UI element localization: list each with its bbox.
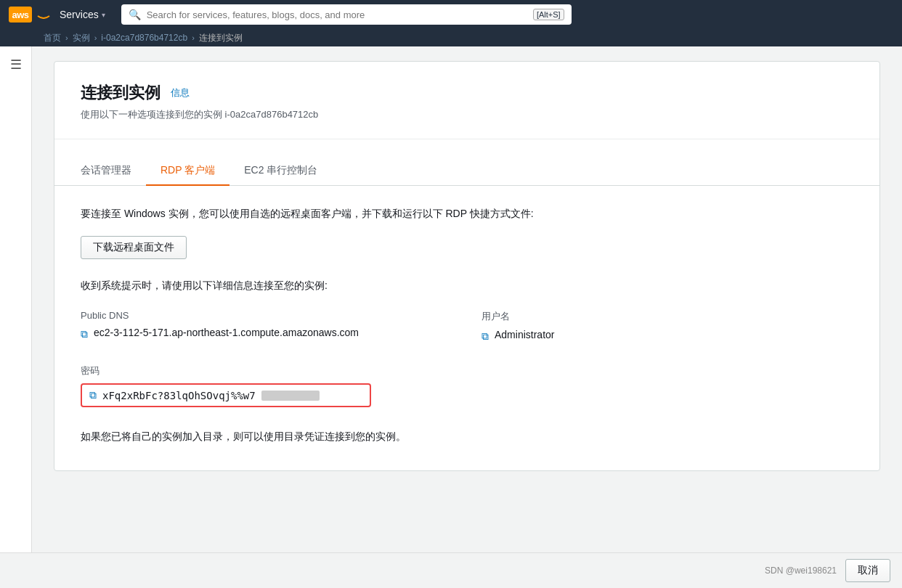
aws-smile-icon [36,10,51,19]
username-copy-icon[interactable]: ⧉ [482,330,489,343]
page-title-area: 连接到实例 信息 [81,82,853,104]
watermark: SDN @wei198621 [765,565,837,576]
username-value: ⧉ Administrator [482,329,853,343]
tab-ec2-serial-console[interactable]: EC2 串行控制台 [229,157,332,186]
layout: ☰ 连接到实例 信息 使用以下一种选项连接到您的实例 i-0a2ca7d876b… [0,46,902,588]
info-link[interactable]: 信息 [171,86,190,99]
top-nav: aws Services ▾ 🔍 [Alt+S] [0,0,902,29]
public-dns-value: ⧉ ec2-3-112-5-171.ap-northeast-1.compute… [81,327,452,340]
username-field: 用户名 ⧉ Administrator [482,310,853,343]
breadcrumb-bar: 首页 › 实例 › i-0a2ca7d876b4712cb › 连接到实例 [0,29,902,46]
search-bar[interactable]: 🔍 [Alt+S] [121,4,572,25]
password-copy-icon[interactable]: ⧉ [89,389,97,401]
password-field: ⧉ xFq2xRbFc?83lqOhSOvqj%%w7 [81,383,371,407]
breadcrumb-current: 连接到实例 [199,32,243,44]
prompt-text: 收到系统提示时，请使用以下详细信息连接至您的实例: [81,279,853,293]
page-subtitle: 使用以下一种选项连接到您的实例 i-0a2ca7d876b4712cb [81,108,853,121]
sidebar-toggle[interactable]: ☰ [0,46,32,588]
username-text: Administrator [495,329,554,340]
menu-icon: ☰ [10,57,22,73]
breadcrumb-sep-3: › [192,33,195,42]
breadcrumb-sep-1: › [65,33,68,42]
cancel-button[interactable]: 取消 [845,559,890,582]
search-icon: 🔍 [129,9,141,20]
public-dns-label: Public DNS [81,310,452,321]
username-label: 用户名 [482,310,853,323]
page-title: 连接到实例 [81,82,161,104]
search-input[interactable] [147,9,527,20]
public-dns-text: ec2-3-112-5-171.ap-northeast-1.compute.a… [94,327,359,338]
password-blur [261,391,320,401]
public-dns-copy-icon[interactable]: ⧉ [81,328,88,340]
download-rdp-button[interactable]: 下载远程桌面文件 [81,236,187,259]
password-text: xFq2xRbFc?83lqOhSOvqj%%w7 [102,390,256,401]
footer-note: 如果您已将自己的实例加入目录，则可以使用目录凭证连接到您的实例。 [81,429,853,444]
public-dns-field: Public DNS ⧉ ec2-3-112-5-171.ap-northeas… [81,310,452,343]
aws-logo-box: aws [9,7,32,23]
aws-logo[interactable]: aws [9,7,51,23]
page-card: 连接到实例 信息 使用以下一种选项连接到您的实例 i-0a2ca7d876b47… [54,61,880,471]
search-shortcut: [Alt+S] [533,9,564,20]
breadcrumb-sep-2: › [94,33,97,42]
tab-session-manager[interactable]: 会话管理器 [81,157,146,186]
fields-grid: Public DNS ⧉ ec2-3-112-5-171.ap-northeas… [81,310,853,343]
tabs-container: 会话管理器 RDP 客户端 EC2 串行控制台 [54,157,879,186]
breadcrumb-home[interactable]: 首页 [44,32,61,44]
tab-rdp-client[interactable]: RDP 客户端 [146,157,229,186]
breadcrumb-instance-id[interactable]: i-0a2ca7d876b4712cb [101,33,187,43]
bottom-bar: SDN @wei198621 取消 [0,552,902,588]
password-label: 密码 [81,364,853,377]
services-caret: ▾ [102,11,105,19]
services-label: Services [60,9,99,20]
main-content: 连接到实例 信息 使用以下一种选项连接到您的实例 i-0a2ca7d876b47… [32,46,902,588]
breadcrumb-instances[interactable]: 实例 [73,32,90,44]
section-divider [54,139,879,139]
password-section: 密码 ⧉ xFq2xRbFc?83lqOhSOvqj%%w7 [81,364,853,407]
rdp-description: 要连接至 Windows 实例，您可以使用自选的远程桌面客户端，并下载和运行以下… [81,206,853,221]
services-menu[interactable]: Services ▾ [60,9,105,20]
